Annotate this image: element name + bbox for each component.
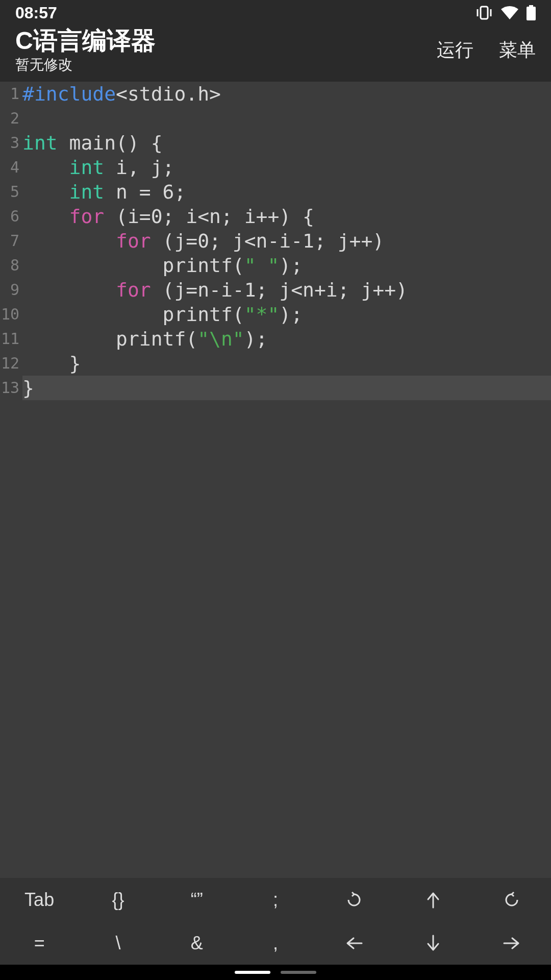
code-line[interactable] bbox=[22, 106, 551, 131]
nav-handle-secondary[interactable] bbox=[281, 971, 316, 974]
line-number: 7 bbox=[0, 229, 19, 253]
code-line[interactable]: printf("\n"); bbox=[22, 327, 551, 351]
app-header: C语言编译器 暂无修改 运行 菜单 bbox=[0, 26, 551, 82]
line-number: 11 bbox=[0, 327, 19, 351]
line-number: 5 bbox=[0, 180, 19, 204]
status-icons bbox=[475, 5, 536, 20]
equals-button[interactable]: = bbox=[0, 921, 79, 965]
line-number: 1 bbox=[0, 82, 19, 106]
semicolon-button[interactable]: ; bbox=[236, 878, 315, 921]
code-line[interactable]: } bbox=[22, 351, 551, 376]
editor-empty-area[interactable] bbox=[0, 400, 551, 878]
code-line[interactable]: } bbox=[22, 376, 551, 400]
code-line[interactable]: int n = 6; bbox=[22, 180, 551, 204]
arrow-right-button[interactable] bbox=[472, 921, 551, 965]
arrow-down-icon bbox=[425, 935, 441, 952]
code-line[interactable]: #include<stdio.h> bbox=[22, 82, 551, 106]
app-title: C语言编译器 bbox=[15, 28, 156, 55]
status-time: 08:57 bbox=[15, 4, 57, 22]
quotes-button[interactable]: “” bbox=[158, 878, 236, 921]
code-line[interactable]: for (j=n-i-1; j<n+i; j++) bbox=[22, 278, 551, 302]
code-content[interactable]: #include<stdio.h> int main() { int i, j;… bbox=[22, 82, 551, 400]
arrow-right-icon bbox=[503, 935, 520, 951]
nav-handle[interactable] bbox=[235, 971, 270, 974]
line-number: 4 bbox=[0, 155, 19, 180]
arrow-up-button[interactable] bbox=[393, 878, 472, 921]
backslash-button[interactable]: \ bbox=[79, 921, 157, 965]
line-number: 13 bbox=[0, 376, 19, 400]
arrow-left-button[interactable] bbox=[315, 921, 393, 965]
code-line[interactable]: printf(" "); bbox=[22, 253, 551, 278]
tab-button[interactable]: Tab bbox=[0, 878, 79, 921]
code-line[interactable]: printf("*"); bbox=[22, 302, 551, 327]
line-number: 8 bbox=[0, 253, 19, 278]
battery-icon bbox=[527, 5, 536, 20]
code-editor[interactable]: 12345678910111213 #include<stdio.h> int … bbox=[0, 82, 551, 400]
line-number: 3 bbox=[0, 131, 19, 155]
undo-button[interactable] bbox=[315, 878, 393, 921]
line-number: 12 bbox=[0, 351, 19, 376]
code-line[interactable]: for (j=0; j<n-i-1; j++) bbox=[22, 229, 551, 253]
status-bar: 08:57 bbox=[0, 0, 551, 26]
comma-button[interactable]: , bbox=[236, 921, 315, 965]
arrow-up-icon bbox=[425, 891, 441, 909]
wifi-icon bbox=[501, 6, 518, 19]
svg-rect-3 bbox=[529, 5, 533, 7]
ampersand-button[interactable]: & bbox=[158, 921, 236, 965]
svg-rect-0 bbox=[481, 7, 488, 19]
menu-button[interactable]: 菜单 bbox=[499, 38, 536, 63]
arrow-left-icon bbox=[345, 935, 363, 951]
line-gutter: 12345678910111213 bbox=[0, 82, 22, 400]
app-subtitle: 暂无修改 bbox=[15, 55, 156, 75]
redo-icon bbox=[503, 891, 520, 909]
vibrate-icon bbox=[475, 6, 493, 20]
line-number: 9 bbox=[0, 278, 19, 302]
line-number: 2 bbox=[0, 106, 19, 131]
code-line[interactable]: int main() { bbox=[22, 131, 551, 155]
braces-button[interactable]: {} bbox=[79, 878, 157, 921]
symbol-toolbar: Tab{}“”;=\&, bbox=[0, 878, 551, 965]
run-button[interactable]: 运行 bbox=[437, 38, 473, 63]
line-number: 10 bbox=[0, 302, 19, 327]
undo-icon bbox=[345, 891, 363, 909]
redo-button[interactable] bbox=[472, 878, 551, 921]
code-line[interactable]: for (i=0; i<n; i++) { bbox=[22, 204, 551, 229]
arrow-down-button[interactable] bbox=[393, 921, 472, 965]
svg-rect-4 bbox=[527, 7, 536, 20]
code-line[interactable]: int i, j; bbox=[22, 155, 551, 180]
line-number: 6 bbox=[0, 204, 19, 229]
title-block: C语言编译器 暂无修改 bbox=[15, 28, 156, 75]
nav-bar[interactable] bbox=[0, 965, 551, 980]
header-actions: 运行 菜单 bbox=[437, 38, 536, 65]
